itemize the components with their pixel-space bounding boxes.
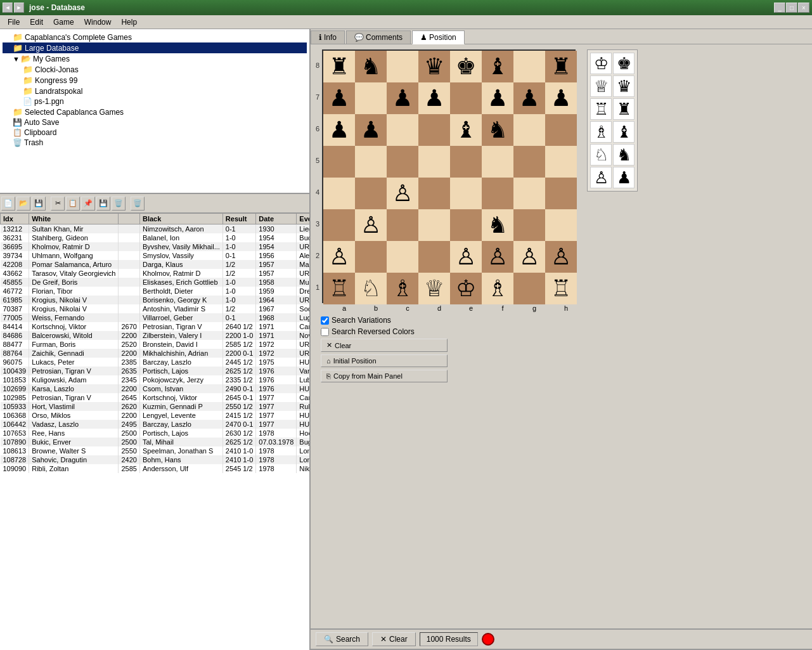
square-e6[interactable]: ♝ — [450, 114, 482, 146]
toolbar-paste-btn[interactable]: 📌 — [81, 197, 95, 211]
table-row[interactable]: 43662Tarasov, Vitaly GeorgievichKholmov,… — [1, 269, 310, 278]
toolbar-open-btn[interactable]: 📂 — [16, 197, 30, 211]
square-e5[interactable] — [450, 146, 482, 178]
palette-white-pawn[interactable]: ♙ — [590, 167, 612, 188]
square-c7[interactable]: ♟ — [387, 82, 418, 114]
col-black[interactable]: Black — [139, 214, 222, 224]
square-g8[interactable] — [513, 51, 545, 82]
square-h6[interactable] — [545, 114, 577, 146]
square-g7[interactable]: ♟ — [513, 82, 545, 114]
square-f8[interactable]: ♝ — [482, 51, 513, 82]
square-c8[interactable] — [387, 51, 418, 82]
close-button[interactable]: × — [798, 3, 809, 13]
tree-item-my-games[interactable]: ▼ 📂 My Games — [3, 53, 307, 64]
search-reversed-label[interactable]: Search Reversed Colors — [332, 327, 415, 336]
maximize-button[interactable]: □ — [786, 3, 797, 13]
square-h3[interactable] — [545, 209, 577, 241]
table-row[interactable]: 101853Kuligowski, Adam2345Pokojowczyk, J… — [1, 375, 310, 384]
square-e2[interactable]: ♙ — [450, 241, 482, 273]
search-reversed-checkbox[interactable] — [321, 328, 329, 336]
table-row[interactable]: 105933Hort, Vlastimil2620Kuzmin, Gennadi… — [1, 402, 310, 411]
chess-board[interactable]: ♜♞♛♚♝♜♟♟♟♟♟♟♟♟♝♞♙♙♞♙♙♙♙♙♖♘♗♕♔♗♖ — [322, 49, 576, 303]
square-b3[interactable]: ♙ — [355, 209, 387, 241]
palette-black-pawn[interactable]: ♟ — [613, 167, 635, 188]
square-b6[interactable]: ♟ — [355, 114, 387, 146]
table-row[interactable]: 42208Pomar Salamanca, ArturoDarga, Klaus… — [1, 260, 310, 269]
search-variations-checkbox[interactable] — [321, 316, 329, 325]
table-row[interactable]: 61985Krogius, Nikolai VBorisenko, Georgy… — [1, 296, 310, 304]
titlebar-nav-forward[interactable]: ► — [14, 3, 24, 13]
square-a8[interactable]: ♜ — [323, 51, 355, 82]
menu-edit[interactable]: Edit — [25, 16, 48, 28]
toolbar-delete-btn[interactable]: 🗑️ — [112, 197, 126, 211]
copy-main-panel-button[interactable]: ⎘ Copy from Main Panel — [321, 370, 448, 382]
square-h1[interactable]: ♖ — [545, 273, 577, 304]
square-a7[interactable]: ♟ — [323, 82, 355, 114]
minimize-button[interactable]: _ — [774, 3, 785, 13]
square-f1[interactable]: ♗ — [482, 273, 513, 304]
tree-item-autosave[interactable]: 💾 Auto Save — [3, 117, 307, 127]
palette-white-bishop[interactable]: ♗ — [590, 121, 612, 143]
square-h4[interactable] — [545, 178, 577, 209]
square-g4[interactable] — [513, 178, 545, 209]
square-b2[interactable] — [355, 241, 387, 273]
tree-item-selected-capablanca[interactable]: 📁 Selected Capablanca Games — [3, 107, 307, 117]
square-a1[interactable]: ♖ — [323, 273, 355, 304]
palette-white-knight[interactable]: ♘ — [590, 144, 612, 166]
square-h7[interactable]: ♟ — [545, 82, 577, 114]
square-d3[interactable] — [418, 209, 450, 241]
titlebar-nav-back[interactable]: ◄ — [3, 3, 13, 13]
square-g1[interactable] — [513, 273, 545, 304]
col-white-elo[interactable] — [119, 214, 139, 224]
tree-item-large-database[interactable]: 📁 Large Database — [3, 42, 307, 53]
tab-info[interactable]: ℹ Info — [311, 30, 345, 44]
tab-comments[interactable]: 💬 Comments — [346, 30, 411, 44]
menu-help[interactable]: Help — [116, 16, 142, 28]
search-clear-button[interactable]: ✕ Clear — [372, 632, 416, 646]
square-c4[interactable]: ♙ — [387, 178, 418, 209]
square-f7[interactable]: ♟ — [482, 82, 513, 114]
square-g3[interactable] — [513, 209, 545, 241]
square-e4[interactable] — [450, 178, 482, 209]
table-row[interactable]: 70387Krogius, Nikolai VAntoshin, Vladimi… — [1, 304, 310, 313]
square-c6[interactable] — [387, 114, 418, 146]
square-d2[interactable] — [418, 241, 450, 273]
square-h8[interactable]: ♜ — [545, 51, 577, 82]
table-row[interactable]: 13212Sultan Khan, MirNimzowitsch, Aaron0… — [1, 224, 310, 234]
square-b8[interactable]: ♞ — [355, 51, 387, 82]
col-idx[interactable]: Idx — [1, 214, 29, 224]
tree-item-trash[interactable]: 🗑️ Trash — [3, 138, 307, 148]
tree-item-landratspokal[interactable]: 📁 Landratspokal — [3, 86, 307, 96]
col-event[interactable]: Event — [297, 214, 309, 224]
toolbar-extra-btn[interactable]: 🗑️ — [131, 197, 145, 211]
table-row[interactable]: 108613Browne, Walter S2550Speelman, Jona… — [1, 446, 310, 455]
col-white[interactable]: White — [29, 214, 119, 224]
square-f5[interactable] — [482, 146, 513, 178]
square-a5[interactable] — [323, 146, 355, 178]
square-f2[interactable]: ♙ — [482, 241, 513, 273]
col-date[interactable]: Date — [256, 214, 297, 224]
table-row[interactable]: 46772Florian, TiborBertholdt, Dieter1-01… — [1, 287, 310, 296]
toolbar-cut-btn[interactable]: ✂ — [51, 197, 65, 211]
toolbar-new-btn[interactable]: 📄 — [1, 197, 15, 211]
square-c5[interactable] — [387, 146, 418, 178]
table-row[interactable]: 102699Karsa, Laszlo2200Csom, Istvan2490 … — [1, 384, 310, 393]
square-f4[interactable] — [482, 178, 513, 209]
square-d7[interactable]: ♟ — [418, 82, 450, 114]
toolbar-save-btn[interactable]: 💾 — [32, 197, 46, 211]
table-row[interactable]: 45855De Greif, BorisEliskases, Erich Got… — [1, 278, 310, 287]
square-h5[interactable] — [545, 146, 577, 178]
palette-black-queen[interactable]: ♛ — [613, 75, 635, 97]
table-row[interactable]: 106442Vadasz, Laszlo2495Barczay, Laszlo2… — [1, 420, 310, 429]
square-b5[interactable] — [355, 146, 387, 178]
table-row[interactable]: 107890Bukic, Enver2500Tal, Mihail2625 1/… — [1, 438, 310, 446]
square-b4[interactable] — [355, 178, 387, 209]
tree-item-clipboard[interactable]: 📋 Clipboard — [3, 127, 307, 138]
square-e8[interactable]: ♚ — [450, 51, 482, 82]
table-row[interactable]: 77005Weiss, FernandoVillarroel, Geber0-1… — [1, 313, 310, 322]
table-row[interactable]: 100439Petrosian, Tigran V2635Portisch, L… — [1, 367, 310, 375]
palette-black-rook[interactable]: ♜ — [613, 98, 635, 120]
square-c1[interactable]: ♗ — [387, 273, 418, 304]
menu-file[interactable]: File — [3, 16, 25, 28]
square-d5[interactable] — [418, 146, 450, 178]
